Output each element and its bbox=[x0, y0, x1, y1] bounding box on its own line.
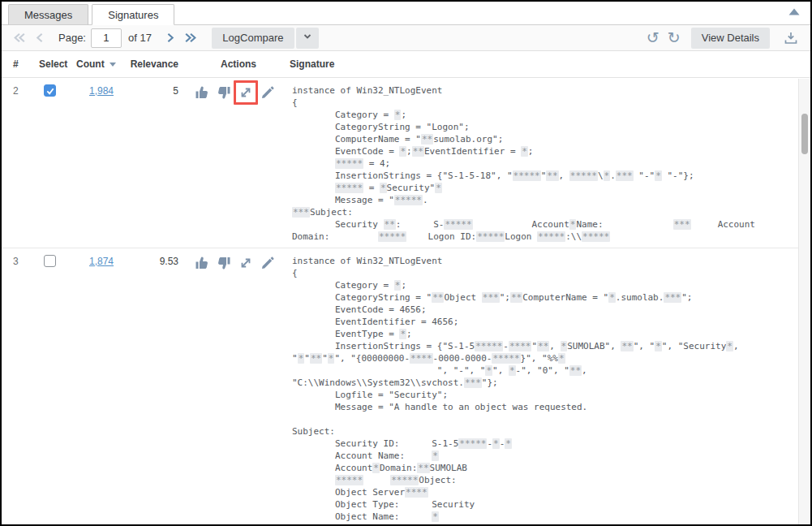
row-select-checkbox[interactable] bbox=[44, 84, 56, 97]
log-search-results-panel: Messages Signatures Page: of 17 bbox=[0, 0, 812, 526]
edit-pencil-icon[interactable] bbox=[260, 256, 275, 270]
table-row: 3 1,874 9.53 bbox=[2, 248, 798, 525]
toolbar-right-group: ↺ ↻ View Details bbox=[642, 28, 799, 49]
toolbar: Page: of 17 LogCompare ↺ bbox=[2, 25, 810, 51]
thumbs-up-icon[interactable] bbox=[195, 256, 209, 270]
page-total: of 17 bbox=[128, 32, 152, 44]
scrollbar-thumb[interactable] bbox=[801, 114, 808, 154]
vertical-scrollbar[interactable] bbox=[798, 79, 810, 524]
header-select: Select bbox=[39, 58, 75, 70]
count-link[interactable]: 1,874 bbox=[89, 256, 114, 267]
signature-text: instance of Win32_NTLogEvent { Category … bbox=[292, 84, 798, 243]
logcompare-menu-button[interactable] bbox=[296, 28, 319, 49]
header-relevance: Relevance bbox=[122, 58, 182, 70]
tab-bar: Messages Signatures bbox=[2, 2, 810, 25]
download-icon[interactable] bbox=[783, 30, 799, 46]
expand-icon[interactable] bbox=[238, 256, 253, 270]
thumbs-down-icon[interactable] bbox=[217, 256, 231, 270]
page-label: Page: bbox=[58, 32, 86, 44]
prev-page-button[interactable] bbox=[33, 31, 47, 45]
next-page-button[interactable] bbox=[163, 31, 177, 45]
count-link[interactable]: 1,984 bbox=[89, 85, 114, 97]
thumbs-down-icon[interactable] bbox=[217, 85, 231, 100]
actions-cell bbox=[182, 255, 286, 270]
logcompare-split-button: LogCompare bbox=[212, 28, 319, 49]
header-num: # bbox=[13, 58, 39, 70]
signature-text: instance of Win32_NTLogEvent { Category … bbox=[292, 255, 798, 523]
header-actions: Actions bbox=[182, 58, 286, 70]
header-signature: Signature bbox=[286, 58, 810, 70]
last-page-button[interactable] bbox=[183, 31, 197, 45]
collapse-panel-icon[interactable] bbox=[788, 6, 801, 18]
relevance-cell: 5 bbox=[122, 84, 182, 97]
sort-descending-icon[interactable] bbox=[110, 63, 116, 67]
tab-messages-label: Messages bbox=[24, 9, 72, 21]
logcompare-button[interactable]: LogCompare bbox=[212, 28, 294, 49]
undo-icon[interactable]: ↺ bbox=[647, 30, 659, 45]
header-count[interactable]: Count bbox=[75, 58, 122, 70]
edit-pencil-icon[interactable] bbox=[260, 85, 275, 100]
page-input[interactable] bbox=[91, 28, 122, 48]
tab-signatures-label: Signatures bbox=[108, 9, 158, 21]
row-number: 2 bbox=[13, 84, 39, 97]
tab-signatures[interactable]: Signatures bbox=[92, 4, 174, 25]
view-details-button[interactable]: View Details bbox=[691, 28, 770, 49]
relevance-cell: 9.53 bbox=[122, 255, 182, 267]
count-cell: 1,984 bbox=[75, 84, 122, 97]
count-cell: 1,874 bbox=[75, 255, 122, 267]
redo-icon[interactable]: ↻ bbox=[668, 30, 681, 45]
row-select-checkbox[interactable] bbox=[44, 255, 56, 267]
tab-messages[interactable]: Messages bbox=[8, 4, 88, 25]
table-header: # Select Count Relevance Actions Signatu… bbox=[2, 51, 810, 78]
expand-icon[interactable] bbox=[238, 85, 253, 100]
first-page-button[interactable] bbox=[13, 31, 27, 45]
actions-cell bbox=[182, 84, 286, 100]
table-row: 2 1,984 5 bbox=[2, 78, 798, 248]
chevron-down-icon bbox=[302, 31, 313, 45]
row-number: 3 bbox=[13, 255, 39, 267]
thumbs-up-icon[interactable] bbox=[195, 85, 209, 100]
